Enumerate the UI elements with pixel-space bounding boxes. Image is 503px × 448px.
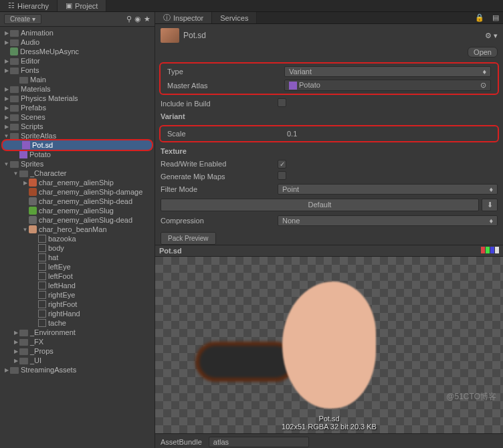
tree-item[interactable]: ▼Sprites xyxy=(0,159,155,169)
tree-item[interactable]: char_enemy_alienSlug xyxy=(0,206,155,215)
tree-item[interactable]: ▶Scripts xyxy=(0,122,155,131)
default-platform-button[interactable]: Default xyxy=(161,199,479,211)
tree-label: bazooka xyxy=(48,235,76,243)
lock-icon[interactable]: 🔒 xyxy=(471,12,488,23)
tree-label: Pot.sd xyxy=(32,141,53,149)
tree-item[interactable]: char_enemy_alienShip-damage xyxy=(0,187,155,197)
tree-item[interactable]: ▶Physics Materials xyxy=(0,94,155,103)
filter-icon[interactable]: ◉ xyxy=(134,15,141,23)
tree-label: rightEye xyxy=(48,291,75,299)
foldout-icon[interactable]: ▶ xyxy=(3,39,10,46)
watermark: @51CTO博客 xyxy=(446,391,496,403)
foldout-icon[interactable]: ▶ xyxy=(12,329,19,336)
create-button[interactable]: Create ▾ xyxy=(4,14,41,24)
foldout-icon[interactable]: ▶ xyxy=(3,114,10,121)
tree-label: Potato xyxy=(29,150,51,158)
project-tree[interactable]: ▶Animation▶AudioDressMeUpAsync▶Editor▶Fo… xyxy=(0,27,155,448)
tree-item[interactable]: Potato xyxy=(0,150,155,159)
foldout-icon[interactable]: ▼ xyxy=(3,160,10,168)
tree-item[interactable]: ▶Editor xyxy=(0,56,155,66)
foldout-icon[interactable]: ▶ xyxy=(3,104,10,112)
tab-hierarchy[interactable]: ☷Hierarchy xyxy=(0,0,58,11)
tree-item[interactable]: leftEye xyxy=(0,262,155,271)
foldout-icon[interactable]: ▼ xyxy=(21,226,29,233)
tree-item[interactable]: ▶Materials xyxy=(0,84,155,94)
foldout-icon[interactable]: ▶ xyxy=(3,86,10,93)
tree-item[interactable]: rightEye xyxy=(0,290,155,300)
tree-item[interactable]: bazooka xyxy=(0,234,155,243)
tree-item[interactable]: ▶Animation xyxy=(0,28,155,37)
tree-item[interactable]: ▼SpriteAtlas xyxy=(0,131,155,140)
foldout-icon[interactable]: ▼ xyxy=(12,170,19,177)
compression-dropdown[interactable]: None♦ xyxy=(278,215,498,226)
tab-project[interactable]: ▣Project xyxy=(58,0,106,11)
filter-dropdown[interactable]: Point♦ xyxy=(278,184,498,195)
sprite-bazooka xyxy=(195,342,296,382)
foldout-icon[interactable]: ▼ xyxy=(3,132,10,140)
foldout-icon[interactable]: ▶ xyxy=(3,58,10,65)
scale-field[interactable]: 0.1 xyxy=(284,129,491,138)
type-dropdown[interactable]: Variant♦ xyxy=(284,66,491,77)
tree-item[interactable]: ▶Audio xyxy=(0,37,155,47)
tree-item[interactable]: Main xyxy=(0,75,155,84)
foldout-icon[interactable]: ▶ xyxy=(21,179,29,187)
tree-item[interactable]: leftHand xyxy=(0,281,155,290)
tree-item[interactable]: rightFoot xyxy=(0,300,155,309)
foldout-icon[interactable]: ▶ xyxy=(3,67,10,74)
tree-item[interactable]: ▶_Props xyxy=(0,346,155,356)
foldout-icon xyxy=(15,142,22,149)
chevron-icon: ♦ xyxy=(482,68,486,76)
folder-icon xyxy=(19,171,28,177)
tree-item[interactable]: ▶_Environment xyxy=(0,328,155,337)
foldout-icon xyxy=(31,273,38,280)
open-button[interactable]: Open xyxy=(468,47,498,58)
panel-menu-icon[interactable]: ▤ xyxy=(488,12,503,23)
download-icon[interactable]: ⬇ xyxy=(482,199,498,211)
tree-item[interactable]: ▶_UI xyxy=(0,356,155,365)
folder-icon xyxy=(19,348,28,355)
master-atlas-field[interactable]: Potato⊙ xyxy=(284,80,491,91)
picker-icon[interactable]: ⊙ xyxy=(480,81,486,90)
foldout-icon[interactable]: ▶ xyxy=(12,338,19,346)
pack-preview-button[interactable]: Pack Preview xyxy=(161,232,216,245)
save-icon[interactable]: ★ xyxy=(144,15,150,23)
include-checkbox[interactable] xyxy=(278,98,286,107)
foldout-icon[interactable]: ▶ xyxy=(3,366,10,374)
tree-item[interactable]: ▶char_enemy_alienShip xyxy=(0,178,155,187)
search-icon[interactable]: ⚲ xyxy=(126,15,132,23)
tab-services[interactable]: Services xyxy=(212,12,257,23)
tree-item[interactable]: tache xyxy=(0,318,155,328)
tab-inspector[interactable]: ⓘInspector xyxy=(155,12,212,23)
tree-item[interactable]: rightHand xyxy=(0,309,155,318)
assetbundle-dropdown[interactable]: atlas xyxy=(209,437,309,447)
tree-label: rightHand xyxy=(48,310,80,318)
tree-label: char_enemy_alienShip-damage xyxy=(39,188,142,196)
tree-item[interactable]: ▶Scenes xyxy=(0,112,155,122)
tree-item[interactable]: ▶_FX xyxy=(0,337,155,346)
tree-label: Sprites xyxy=(21,160,43,168)
foldout-icon[interactable]: ▶ xyxy=(3,95,10,102)
tree-item[interactable]: char_enemy_alienShip-dead xyxy=(0,197,155,206)
foldout-icon[interactable]: ▶ xyxy=(12,348,19,355)
tree-item[interactable]: ▶Prefabs xyxy=(0,103,155,112)
colored-icon xyxy=(29,216,37,224)
tree-item[interactable]: ▼char_hero_beanMan xyxy=(0,225,155,234)
tree-item[interactable]: char_enemy_alienSlug-dead xyxy=(0,215,155,225)
color-swatches[interactable] xyxy=(481,247,499,255)
tree-item[interactable]: hat xyxy=(0,253,155,262)
tree-item[interactable]: Pot.sd xyxy=(3,140,152,150)
foldout-icon[interactable]: ▶ xyxy=(3,123,10,130)
rw-checkbox[interactable]: ✓ xyxy=(278,160,286,169)
gear-icon[interactable]: ⚙ ▾ xyxy=(485,31,498,40)
tree-item[interactable]: body xyxy=(0,243,155,253)
include-label: Include in Build xyxy=(161,100,278,108)
mip-checkbox[interactable] xyxy=(278,171,286,180)
tree-item[interactable]: ▶StreamingAssets xyxy=(0,365,155,374)
preview-area[interactable]: Pot.sd 102x51 RGBA 32 bit 20.3 KB @51CTO… xyxy=(155,257,503,433)
foldout-icon[interactable]: ▶ xyxy=(3,29,10,37)
tree-item[interactable]: DressMeUpAsync xyxy=(0,47,155,56)
tree-item[interactable]: ▼_Character xyxy=(0,169,155,178)
tree-item[interactable]: leftFoot xyxy=(0,271,155,281)
foldout-icon[interactable]: ▶ xyxy=(12,357,19,364)
tree-item[interactable]: ▶Fonts xyxy=(0,66,155,75)
